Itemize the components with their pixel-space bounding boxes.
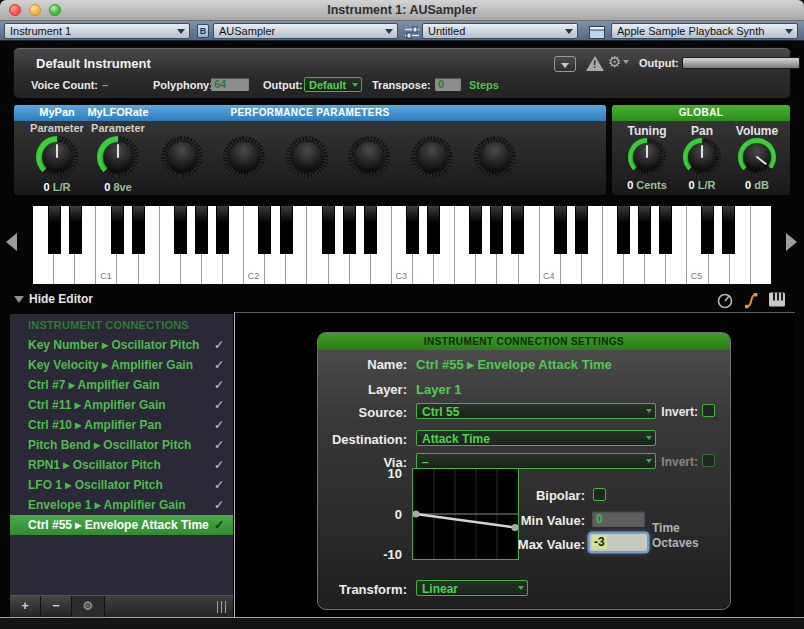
knob-editor-tab-icon[interactable] <box>716 291 736 310</box>
connection-label: Ctrl #11 ▸ Amplifier Gain <box>28 395 166 415</box>
white-key[interactable] <box>392 206 413 284</box>
check-icon: ✓ <box>214 335 224 355</box>
connection-item[interactable]: Ctrl #11 ▸ Amplifier Gain✓ <box>10 395 233 415</box>
white-key[interactable] <box>286 206 307 284</box>
connection-label: Ctrl #10 ▸ Amplifier Pan <box>28 415 162 435</box>
preset-menu-button[interactable] <box>554 56 576 72</box>
connection-item[interactable]: Ctrl #55 ▸ Envelope Attack Time✓ <box>10 515 233 535</box>
plugin-select[interactable]: AUSampler <box>213 23 398 39</box>
connection-item[interactable]: Key Number ▸ Oscillator Pitch✓ <box>10 335 233 355</box>
output-label: Output: <box>263 79 303 91</box>
transpose-field[interactable]: 0 <box>435 78 461 91</box>
knob[interactable] <box>411 136 453 178</box>
connection-item[interactable]: Pitch Bend ▸ Oscillator Pitch✓ <box>10 435 233 455</box>
white-key[interactable] <box>139 206 160 284</box>
white-key[interactable] <box>476 206 497 284</box>
white-key[interactable] <box>244 206 265 284</box>
instrument-select[interactable]: Instrument 1 <box>4 23 190 39</box>
white-key[interactable] <box>497 206 518 284</box>
white-key[interactable] <box>96 206 117 284</box>
white-key[interactable] <box>33 206 54 284</box>
white-key[interactable] <box>117 206 138 284</box>
via-select[interactable]: – <box>416 453 656 469</box>
synth-select[interactable]: Apple Sample Playback Synth <box>611 23 798 39</box>
transpose-unit: Steps <box>469 79 499 91</box>
source-select[interactable]: Ctrl 55 <box>416 403 656 419</box>
white-key[interactable] <box>160 206 181 284</box>
document-select[interactable]: Untitled <box>422 23 578 39</box>
connection-item[interactable]: Ctrl #7 ▸ Amplifier Gain✓ <box>10 375 233 395</box>
white-key[interactable] <box>455 206 476 284</box>
connection-item[interactable]: Ctrl #10 ▸ Amplifier Pan✓ <box>10 415 233 435</box>
connection-item[interactable]: RPN1 ▸ Oscillator Pitch✓ <box>10 455 233 475</box>
knob[interactable] <box>348 136 390 178</box>
via-invert-checkbox[interactable] <box>702 454 715 467</box>
white-key[interactable] <box>434 206 455 284</box>
ausampler-window: Instrument 1: AUSampler Instrument 1 B A… <box>0 0 804 629</box>
bipolar-checkbox[interactable] <box>593 488 606 501</box>
white-key[interactable] <box>350 206 371 284</box>
white-key[interactable] <box>202 206 223 284</box>
white-key[interactable] <box>75 206 96 284</box>
output-select[interactable]: Default <box>304 77 362 92</box>
keyboard-scroll-right-arrow[interactable] <box>786 233 797 251</box>
gear-menu-button[interactable]: ⚙ <box>608 53 629 71</box>
remove-connection-button[interactable]: − <box>41 596 72 617</box>
source-invert-checkbox[interactable] <box>702 404 715 417</box>
instrument-name: Default Instrument <box>36 56 151 71</box>
chevron-down-icon <box>518 586 524 590</box>
keyboard-editor-tab-icon[interactable] <box>768 291 788 310</box>
hide-editor-toggle[interactable]: Hide Editor <box>29 292 93 306</box>
output-meter-field <box>682 57 800 69</box>
white-key[interactable] <box>540 206 561 284</box>
white-key[interactable] <box>307 206 328 284</box>
white-key[interactable] <box>645 206 666 284</box>
white-key[interactable] <box>687 206 708 284</box>
transform-select[interactable]: Linear <box>416 580 528 596</box>
knob-name-line2: Parameter <box>78 122 158 134</box>
knob[interactable] <box>474 136 516 178</box>
drag-handle[interactable] <box>217 601 227 613</box>
white-key[interactable] <box>519 206 540 284</box>
connection-item[interactable]: Envelope 1 ▸ Amplifier Gain✓ <box>10 495 233 515</box>
white-key[interactable] <box>54 206 75 284</box>
white-key[interactable] <box>181 206 202 284</box>
knob[interactable] <box>683 138 721 176</box>
knob[interactable] <box>738 138 776 176</box>
window-bottom-edge <box>0 618 804 629</box>
white-key[interactable] <box>561 206 582 284</box>
white-key[interactable] <box>223 206 244 284</box>
max-value-field[interactable]: -3 <box>590 534 647 551</box>
connections-editor-tab-icon[interactable] <box>742 291 762 310</box>
knob[interactable] <box>161 136 203 178</box>
white-key[interactable] <box>666 206 687 284</box>
white-key[interactable] <box>603 206 624 284</box>
keyboard-scroll-left-arrow[interactable] <box>6 233 17 251</box>
sliders-icon <box>404 25 420 43</box>
knob[interactable] <box>97 136 139 178</box>
knob[interactable] <box>36 136 78 178</box>
output-meter-label: Output: <box>639 57 679 69</box>
white-key[interactable] <box>371 206 392 284</box>
connection-item[interactable]: LFO 1 ▸ Oscillator Pitch✓ <box>10 475 233 495</box>
white-key[interactable] <box>730 206 751 284</box>
white-key[interactable] <box>751 206 771 284</box>
polyphony-field[interactable]: 64 <box>211 78 249 91</box>
destination-select[interactable]: Attack Time <box>416 430 656 446</box>
connection-action-menu-button[interactable]: ⚙ <box>72 596 105 617</box>
knob[interactable] <box>286 136 328 178</box>
connection-settings-title: INSTRUMENT CONNECTION SETTINGS <box>318 333 730 350</box>
connection-item[interactable]: Key Velocity ▸ Amplifier Gain✓ <box>10 355 233 375</box>
white-key[interactable] <box>329 206 350 284</box>
chevron-down-icon <box>561 63 569 68</box>
white-key[interactable] <box>265 206 286 284</box>
knob[interactable] <box>223 136 265 178</box>
min-value-field[interactable]: 0 <box>592 511 645 527</box>
white-key[interactable] <box>624 206 645 284</box>
white-key[interactable] <box>709 206 730 284</box>
white-key[interactable] <box>582 206 603 284</box>
knob[interactable] <box>628 138 666 176</box>
white-key[interactable] <box>413 206 434 284</box>
bipolar-label: Bipolar: <box>480 488 585 503</box>
add-connection-button[interactable]: + <box>10 596 41 617</box>
